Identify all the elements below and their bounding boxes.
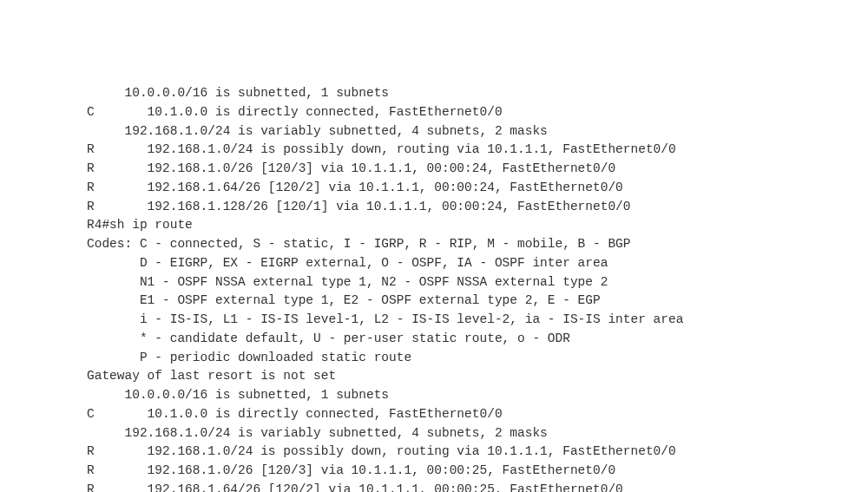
codes-legend-line: D - EIGRP, EX - EIGRP external, O - OSPF… — [87, 254, 868, 273]
route-entry-line: C 10.1.0.0 is directly connected, FastEt… — [87, 103, 868, 122]
route-entry-line: C 10.1.0.0 is directly connected, FastEt… — [87, 405, 868, 424]
route-entry-line: 192.168.1.0/24 is variably subnetted, 4 … — [87, 424, 868, 443]
route-entry-line: R 192.168.1.0/24 is possibly down, routi… — [87, 141, 868, 160]
route-entry-line: 10.0.0.0/16 is subnetted, 1 subnets — [87, 84, 868, 103]
gateway-status-line: Gateway of last resort is not set — [87, 367, 868, 386]
route-entry-line: R 192.168.1.0/26 [120/3] via 10.1.1.1, 0… — [87, 160, 868, 179]
codes-legend-line: P - periodic downloaded static route — [87, 349, 868, 368]
codes-legend-line: i - IS-IS, L1 - IS-IS level-1, L2 - IS-I… — [87, 311, 868, 330]
command-prompt-line: R4#sh ip route — [87, 216, 868, 235]
terminal-output[interactable]: 10.0.0.0/16 is subnetted, 1 subnetsC 10.… — [0, 84, 868, 492]
codes-legend-line: N1 - OSPF NSSA external type 1, N2 - OSP… — [87, 273, 868, 292]
route-entry-line: 192.168.1.0/24 is variably subnetted, 4 … — [87, 122, 868, 141]
route-entry-line: R 192.168.1.0/26 [120/3] via 10.1.1.1, 0… — [87, 462, 868, 481]
route-entry-line: R 192.168.1.64/26 [120/2] via 10.1.1.1, … — [87, 481, 868, 492]
codes-legend-line: Codes: C - connected, S - static, I - IG… — [87, 235, 868, 254]
route-entry-line: 10.0.0.0/16 is subnetted, 1 subnets — [87, 386, 868, 405]
codes-legend-line: * - candidate default, U - per-user stat… — [87, 330, 868, 349]
route-entry-line: R 192.168.1.64/26 [120/2] via 10.1.1.1, … — [87, 179, 868, 198]
route-entry-line: R 192.168.1.128/26 [120/1] via 10.1.1.1,… — [87, 198, 868, 217]
route-entry-line: R 192.168.1.0/24 is possibly down, routi… — [87, 443, 868, 462]
codes-legend-line: E1 - OSPF external type 1, E2 - OSPF ext… — [87, 292, 868, 311]
